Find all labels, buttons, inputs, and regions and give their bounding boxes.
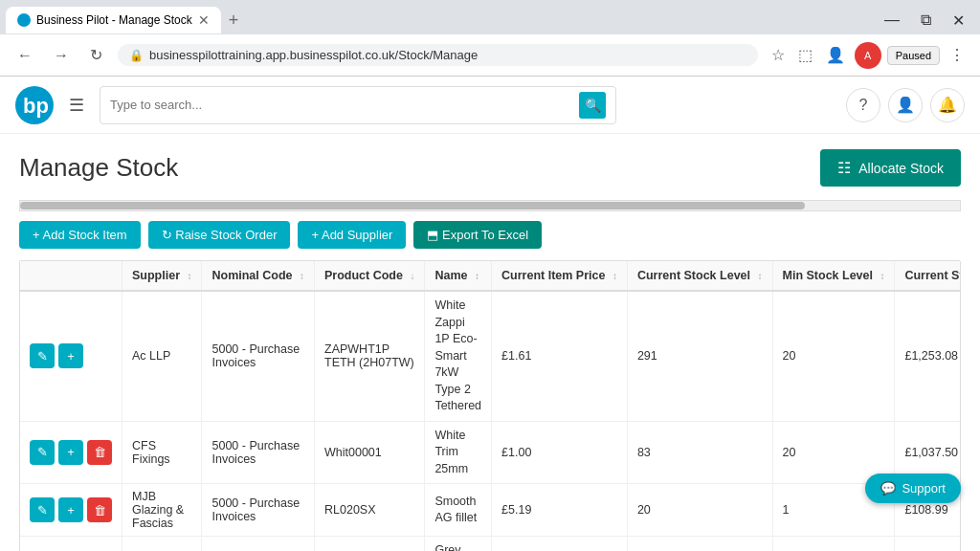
add-stock-label: + Add Stock Item: [33, 228, 127, 242]
extension-btn[interactable]: ⬚: [794, 42, 816, 68]
name-cell-1: White Trim 25mm: [425, 421, 492, 484]
add-supplier-btn[interactable]: + Add Supplier: [298, 221, 406, 249]
col-product-code: Product Code ↓: [315, 261, 425, 291]
supplier-cell-1: CFS Fixings: [122, 421, 202, 484]
table-header: Supplier ↕ Nominal Code ↕ Product Code ↓…: [20, 261, 961, 291]
price-cell-1: £1.00: [492, 421, 628, 484]
add-btn-0[interactable]: +: [58, 343, 83, 368]
min-stock-cell-0: 20: [772, 291, 895, 421]
search-btn[interactable]: 🔍: [579, 92, 606, 119]
profile-pic-btn[interactable]: 👤: [822, 42, 849, 68]
tab-favicon: [17, 13, 31, 27]
close-btn[interactable]: ✕: [943, 8, 974, 33]
stock-table-wrapper: Supplier ↕ Nominal Code ↕ Product Code ↓…: [19, 260, 961, 551]
table-row: ✎ + 🗑 CFS Fixings 5000 - Purchase Invoic…: [20, 421, 961, 484]
table-row: ✎ + 🗑 ALMESCO LTD 5000 - Purchase Invoic…: [20, 537, 961, 552]
delete-btn-2[interactable]: 🗑: [87, 497, 112, 522]
help-btn[interactable]: ?: [846, 88, 880, 122]
add-btn-1[interactable]: +: [58, 440, 83, 465]
stock-level-cell-0: 291: [627, 291, 772, 421]
row-actions-0: ✎ +: [20, 291, 122, 421]
col-item-price: Current Item Price ↕: [492, 261, 628, 291]
page-content: Manage Stock ☷ Allocate Stock + Add Stoc…: [0, 134, 980, 551]
allocate-stock-btn[interactable]: ☷ Allocate Stock: [820, 149, 961, 187]
supplier-cell-2: MJB Glazing & Fascias: [122, 484, 202, 537]
bookmark-btn[interactable]: ☆: [768, 42, 789, 68]
product-code-cell-3: PR6852: [315, 537, 425, 552]
sort-name[interactable]: ↕: [475, 271, 479, 281]
sort-product[interactable]: ↓: [410, 271, 414, 281]
product-code-cell-1: Whit00001: [315, 421, 425, 484]
svg-text:bp: bp: [23, 94, 49, 118]
export-excel-label: ⬒ Export To Excel: [427, 228, 528, 242]
minimize-btn[interactable]: —: [875, 8, 909, 33]
app-container: bp ☰ 🔍 ? 👤 🔔 Manage Stock ☷ Allocate Sto…: [0, 77, 980, 551]
scroll-thumb[interactable]: [20, 202, 805, 209]
sort-stock-level[interactable]: ↕: [758, 271, 763, 281]
maximize-btn[interactable]: ⧉: [911, 8, 941, 33]
page-header: Manage Stock ☷ Allocate Stock: [19, 149, 961, 187]
export-excel-btn[interactable]: ⬒ Export To Excel: [413, 221, 542, 249]
stock-value-cell-0: £1,253.08: [895, 291, 961, 421]
delete-btn-1[interactable]: 🗑: [87, 440, 112, 465]
price-cell-3: £1.00: [492, 537, 628, 552]
stock-level-cell-2: 20: [627, 484, 772, 537]
forward-btn[interactable]: →: [48, 45, 75, 66]
name-cell-3: Grey Silicon Tube: [425, 537, 492, 552]
edit-btn-2[interactable]: ✎: [30, 497, 55, 522]
table-row: ✎ + Ac LLP 5000 - Purchase Invoices ZAPW…: [20, 291, 961, 421]
sort-nominal[interactable]: ↕: [300, 271, 304, 281]
col-supplier: Supplier ↕: [122, 261, 202, 291]
col-name: Name ↕: [425, 261, 492, 291]
edit-btn-0[interactable]: ✎: [30, 343, 55, 368]
tab-title: Business Pilot - Manage Stock: [36, 13, 192, 27]
hamburger-btn[interactable]: ☰: [65, 91, 88, 120]
table-row: ✎ + 🗑 MJB Glazing & Fascias 5000 - Purch…: [20, 484, 961, 537]
col-nominal-code: Nominal Code ↕: [202, 261, 315, 291]
row-actions-3: ✎ + 🗑: [20, 537, 122, 552]
page-title: Manage Stock: [19, 153, 820, 183]
search-input[interactable]: [110, 98, 573, 112]
new-tab-btn[interactable]: +: [221, 11, 247, 31]
nominal-code-cell-0: 5000 - Purchase Invoices: [202, 291, 315, 421]
browser-tab[interactable]: Business Pilot - Manage Stock ✕: [6, 7, 221, 33]
add-stock-btn[interactable]: + Add Stock Item: [19, 221, 141, 249]
product-code-cell-2: RL020SX: [315, 484, 425, 537]
add-btn-2[interactable]: +: [58, 497, 83, 522]
sort-supplier[interactable]: ↕: [187, 271, 191, 281]
profile-avatar[interactable]: A: [855, 42, 881, 69]
lock-icon: 🔒: [129, 49, 144, 62]
search-bar[interactable]: 🔍: [100, 86, 616, 124]
browser-actions: ☆ ⬚ 👤 A Paused ⋮: [768, 42, 969, 69]
app-logo: bp: [15, 86, 54, 124]
edit-btn-1[interactable]: ✎: [30, 440, 55, 465]
app-header: bp ☰ 🔍 ? 👤 🔔: [0, 77, 980, 134]
sort-price[interactable]: ↕: [612, 271, 617, 281]
col-min-stock: Min Stock Level ↕: [772, 261, 895, 291]
raise-order-btn[interactable]: ↻ Raise Stock Order: [148, 221, 291, 249]
min-stock-cell-3: 20: [772, 537, 895, 552]
nominal-code-cell-2: 5000 - Purchase Invoices: [202, 484, 315, 537]
sort-min-stock[interactable]: ↕: [880, 271, 884, 281]
row-actions-1: ✎ + 🗑: [20, 421, 122, 484]
nominal-code-cell-1: 5000 - Purchase Invoices: [202, 421, 315, 484]
add-supplier-label: + Add Supplier: [311, 228, 392, 242]
support-btn[interactable]: 💬 Support: [865, 474, 961, 503]
col-stock-level: Current Stock Level ↕: [627, 261, 772, 291]
support-icon: 💬: [880, 481, 896, 496]
stock-table: Supplier ↕ Nominal Code ↕ Product Code ↓…: [20, 261, 961, 551]
url-bar[interactable]: 🔒 businesspilottraining.app.businesspilo…: [118, 44, 758, 66]
reload-btn[interactable]: ↻: [84, 44, 108, 66]
support-label: Support: [902, 481, 946, 496]
allocate-btn-label: Allocate Stock: [858, 161, 944, 176]
horizontal-scrollbar[interactable]: [19, 200, 961, 211]
notification-btn[interactable]: 🔔: [930, 88, 965, 122]
user-btn[interactable]: 👤: [888, 88, 923, 122]
tab-close-btn[interactable]: ✕: [198, 12, 210, 28]
toolbar: + Add Stock Item ↻ Raise Stock Order + A…: [19, 221, 961, 249]
menu-btn[interactable]: ⋮: [946, 42, 969, 68]
name-cell-2: Smooth AG fillet: [425, 484, 492, 537]
url-text: businesspilottraining.app.businesspilot.…: [149, 48, 746, 62]
paused-btn[interactable]: Paused: [887, 46, 940, 65]
back-btn[interactable]: ←: [11, 45, 38, 66]
